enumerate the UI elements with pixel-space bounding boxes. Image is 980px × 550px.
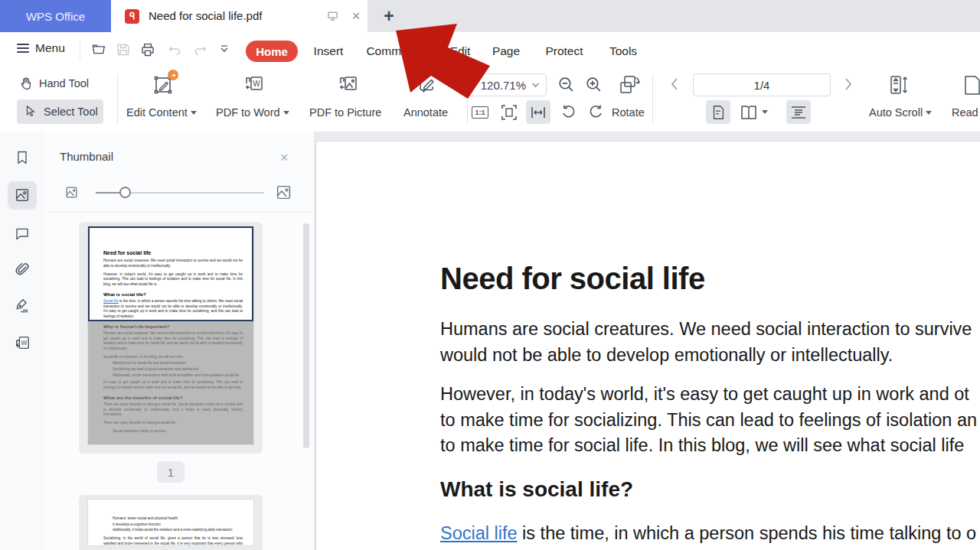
document-line: However, in today's world, it's easy to … — [440, 384, 969, 405]
thumbnail-viewport-indicator[interactable] — [88, 226, 253, 321]
zoom-level-select[interactable]: 120.71% — [466, 73, 547, 96]
save-icon[interactable] — [116, 42, 131, 57]
attachment-icon[interactable] — [14, 261, 31, 278]
thumbnail-size-slider-handle[interactable] — [119, 187, 131, 198]
rotate-left-icon[interactable] — [556, 100, 580, 124]
page-indicator: 1/4 — [754, 79, 770, 92]
edit-content-ai-badge-icon — [168, 70, 178, 80]
hand-tool-label: Hand Tool — [39, 77, 89, 89]
next-page-icon[interactable] — [841, 75, 854, 93]
tab-tools[interactable]: Tools — [609, 44, 637, 58]
pdf-file-icon — [125, 9, 139, 24]
document-line: to make time for social life. In this bl… — [440, 435, 964, 456]
panel-scrollbar[interactable] — [303, 223, 309, 448]
customize-toolbar-caret-icon[interactable] — [219, 45, 230, 54]
auto-scroll-button[interactable]: Auto Scroll — [869, 106, 932, 119]
cursor-icon — [24, 104, 38, 119]
document-line: would not be able to develop emotionally… — [440, 345, 893, 366]
thumbnail-panel-title: Thumbnail — [60, 150, 113, 163]
open-folder-icon[interactable] — [90, 42, 107, 57]
toolbar-separator — [652, 74, 653, 125]
tab-home[interactable]: Home — [246, 41, 298, 62]
page-number-input[interactable]: 1/4 — [693, 73, 831, 96]
rotate-pages-icon[interactable] — [617, 73, 642, 96]
pdf-to-picture-button[interactable]: PDF to Picture — [309, 106, 381, 119]
document-heading: What is social life? — [440, 477, 633, 502]
toolbar-separator — [117, 74, 118, 125]
zoom-in-icon[interactable] — [584, 75, 603, 94]
dropdown-caret-icon — [926, 111, 932, 115]
edit-content-button[interactable]: Edit Content — [126, 106, 197, 119]
comment-panel-icon[interactable] — [14, 225, 31, 242]
continuous-scroll-button[interactable] — [786, 100, 811, 124]
hand-icon — [18, 76, 34, 91]
tab-comment[interactable]: Comment — [366, 44, 417, 58]
select-tool-inner[interactable]: Select Tool — [24, 104, 98, 119]
rotate-button[interactable]: Rotate — [612, 106, 645, 119]
hand-tool-button[interactable]: Hand Tool — [18, 76, 89, 91]
thumbnail-smaller-icon[interactable] — [65, 186, 78, 199]
present-monitor-icon[interactable] — [326, 10, 339, 22]
dropdown-caret-icon — [283, 111, 289, 115]
signature-icon[interactable] — [14, 297, 31, 314]
thumbnail-panel-icon[interactable] — [14, 187, 31, 203]
read-mode-button[interactable]: Read — [952, 106, 978, 119]
one-to-one-icon: 1:1 — [472, 106, 488, 119]
dropdown-caret-icon — [762, 110, 768, 114]
undo-icon[interactable] — [166, 43, 183, 57]
select-tool-label: Select Tool — [44, 106, 98, 118]
thumbnail-page-1[interactable]: Need for social life Humans are social c… — [79, 222, 263, 454]
rotate-right-icon[interactable] — [584, 100, 609, 124]
dropdown-caret-icon — [191, 111, 197, 115]
thumbnail-larger-icon[interactable] — [276, 184, 292, 200]
export-to-word-icon[interactable]: W — [14, 334, 31, 351]
tab-page[interactable]: Page — [492, 44, 520, 58]
document-viewport[interactable] — [314, 132, 980, 550]
thumbnail-page-1-preview: Need for social life Humans are social c… — [88, 226, 253, 444]
document-line: Humans are social creatures. We need soc… — [440, 319, 972, 340]
document-line: to make time for socializing. This can l… — [440, 410, 977, 431]
redo-icon[interactable] — [192, 43, 209, 57]
thumbnail-offscreen-overlay — [88, 321, 253, 444]
wps-office-window: WPS Office Need for social life.pdf × + … — [0, 0, 980, 550]
social-life-link[interactable]: Social life — [440, 523, 518, 543]
print-icon[interactable] — [139, 42, 156, 58]
annotate-button[interactable]: Annotate — [403, 106, 448, 119]
menu-label: Menu — [35, 41, 65, 55]
tab-title: Need for social life.pdf — [149, 9, 262, 22]
auto-scroll-icon[interactable] — [887, 74, 910, 96]
main-menu-button[interactable]: Menu — [17, 41, 65, 55]
menu-separator — [80, 40, 80, 60]
actual-size-button[interactable]: 1:1 — [468, 100, 492, 124]
chevron-down-icon — [531, 82, 540, 88]
pdf-to-picture-icon[interactable] — [337, 74, 360, 96]
tab-edit[interactable]: Edit — [450, 44, 471, 58]
thumbnail-page-2[interactable]: Humans: better social and physical healt… — [79, 495, 263, 550]
fit-page-button[interactable] — [497, 100, 521, 124]
new-tab-plus-icon[interactable]: + — [378, 5, 400, 27]
tab-insert[interactable]: Insert — [314, 44, 344, 58]
thumbnail-page-2-preview: Humans: better social and physical healt… — [88, 500, 253, 545]
hamburger-icon — [17, 41, 29, 55]
document-title: Need for social life — [440, 262, 705, 296]
panel-divider — [46, 212, 312, 213]
two-page-view-button[interactable] — [737, 100, 769, 124]
fit-width-button[interactable] — [526, 100, 550, 124]
zoom-level-value: 120.71% — [481, 79, 526, 92]
previous-page-icon[interactable] — [668, 75, 682, 93]
panel-close-icon[interactable]: × — [280, 150, 289, 166]
svg-text:W: W — [253, 80, 260, 88]
pdf-to-word-icon[interactable]: W — [243, 74, 266, 96]
single-page-view-button[interactable] — [706, 100, 730, 124]
read-mode-icon[interactable] — [961, 74, 980, 96]
bookmark-icon[interactable] — [14, 149, 31, 166]
pdf-to-word-button[interactable]: PDF to Word — [216, 106, 289, 119]
tab-protect[interactable]: Protect — [545, 44, 583, 58]
annotate-icon[interactable] — [416, 73, 439, 96]
tab-close-icon[interactable]: × — [348, 7, 364, 25]
document-line: Social life is the time, in which a pers… — [440, 523, 976, 544]
zoom-out-icon[interactable] — [557, 75, 576, 94]
page-1-badge: 1 — [157, 461, 185, 483]
svg-text:W: W — [21, 340, 27, 347]
wps-office-brand-button[interactable]: WPS Office — [0, 0, 111, 32]
